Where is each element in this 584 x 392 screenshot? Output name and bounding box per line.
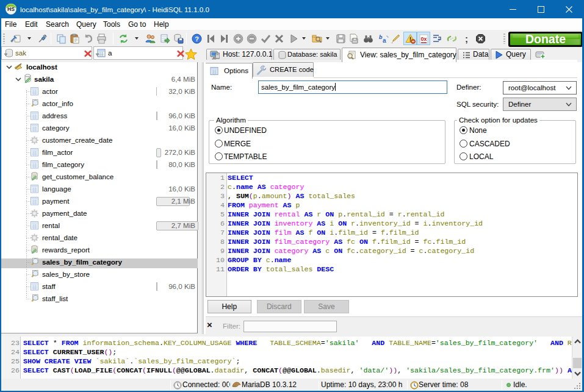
svg-text:?: ? [195,35,199,43]
svg-text:HS: HS [7,6,15,12]
svg-text:a: a [383,37,386,44]
svg-text:0x: 0x [420,36,427,42]
svg-text:;: ; [465,34,468,44]
